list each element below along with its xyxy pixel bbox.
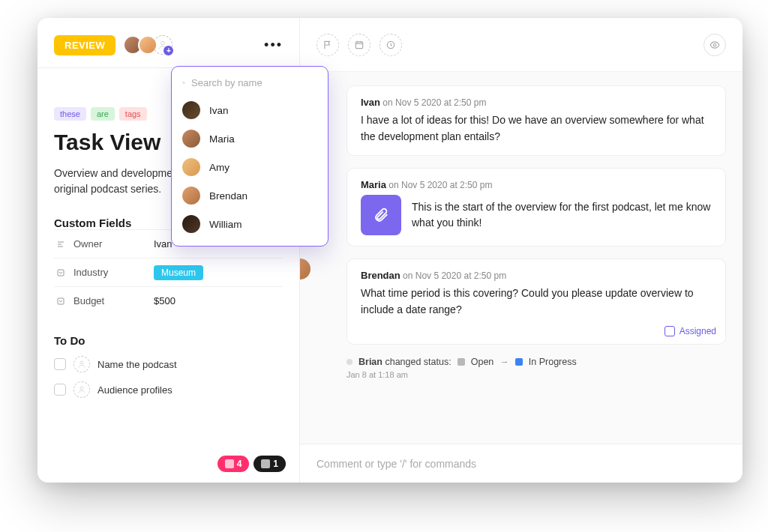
comment-bubble[interactable]: Maria on Nov 5 2020 at 2:50 pm This is t… bbox=[346, 168, 726, 247]
person-name: Maria bbox=[209, 133, 235, 145]
comment: Maria on Nov 5 2020 at 2:50 pm This is t… bbox=[316, 168, 726, 247]
status-dot-from bbox=[458, 358, 465, 366]
tag[interactable]: these bbox=[54, 107, 86, 121]
todo-label[interactable]: Audience profiles bbox=[98, 384, 172, 396]
todo-item: Audience profiles bbox=[54, 381, 283, 398]
figma-chip[interactable]: 1 bbox=[254, 456, 286, 472]
dropdown-person-item[interactable]: Amy bbox=[172, 153, 328, 181]
svg-line-15 bbox=[184, 83, 185, 84]
custom-field-row: Industry Museum bbox=[54, 258, 283, 286]
search-icon bbox=[182, 78, 185, 88]
comment-body: I have a lot of ideas for this! Do we ha… bbox=[361, 112, 712, 145]
comment-input[interactable] bbox=[316, 458, 726, 470]
invision-chip[interactable]: 4 bbox=[218, 456, 250, 472]
integration-footer: 4 1 bbox=[218, 456, 286, 472]
status-timestamp: Jan 8 at 1:18 am bbox=[346, 370, 726, 379]
custom-field-value[interactable]: $500 bbox=[154, 295, 176, 306]
comment-bubble[interactable]: Brendan on Nov 5 2020 at 2:50 pm What ti… bbox=[346, 259, 726, 344]
person-name: Brendan bbox=[209, 190, 248, 202]
paperclip-icon bbox=[373, 207, 389, 223]
invision-icon bbox=[225, 459, 234, 468]
custom-field-label: Industry bbox=[68, 267, 154, 278]
assigned-label: Assigned bbox=[680, 326, 716, 336]
svg-rect-8 bbox=[356, 41, 362, 48]
comment-body: This is the start of the overview for th… bbox=[412, 199, 712, 232]
dropdown-field-icon bbox=[54, 268, 68, 277]
status-from: Open bbox=[471, 357, 494, 367]
person-name: Amy bbox=[209, 162, 230, 173]
comment-author: Ivan bbox=[361, 97, 380, 108]
comment: Ivan on Nov 5 2020 at 2:50 pm I have a l… bbox=[316, 85, 726, 156]
comment-meta: Maria on Nov 5 2020 at 2:50 pm bbox=[361, 179, 712, 190]
comment-avatar bbox=[300, 259, 310, 279]
custom-field-value[interactable]: Ivan bbox=[154, 238, 172, 250]
flag-button[interactable] bbox=[316, 34, 339, 56]
custom-field-label: Budget bbox=[68, 295, 154, 306]
svg-point-14 bbox=[183, 82, 184, 83]
status-verb: changed status: bbox=[385, 357, 451, 367]
todo-checkbox[interactable] bbox=[54, 384, 66, 396]
comment-composer bbox=[300, 444, 742, 483]
add-assignee-button[interactable]: + bbox=[153, 35, 172, 55]
plus-icon: + bbox=[164, 46, 173, 55]
comment: Brendan on Nov 5 2020 at 2:50 pm What ti… bbox=[316, 259, 726, 344]
status-dot-to bbox=[515, 358, 523, 366]
actions-header bbox=[300, 18, 742, 72]
todo-label[interactable]: Name the podcast bbox=[98, 359, 177, 370]
text-field-icon bbox=[54, 240, 68, 249]
todo-assignee-button[interactable] bbox=[74, 381, 90, 398]
custom-field-row: Budget $500 bbox=[54, 286, 283, 315]
dropdown-field-icon bbox=[54, 297, 68, 306]
comment-bubble[interactable]: Ivan on Nov 5 2020 at 2:50 pm I have a l… bbox=[346, 85, 726, 156]
dropdown-person-item[interactable]: William bbox=[172, 210, 328, 238]
watch-button[interactable] bbox=[704, 34, 726, 56]
dropdown-search-row bbox=[172, 74, 328, 96]
more-menu-button[interactable]: ••• bbox=[264, 37, 283, 53]
status-review-button[interactable]: REVIEW bbox=[54, 35, 116, 55]
assigned-badge[interactable]: Assigned bbox=[664, 326, 716, 336]
dropdown-person-item[interactable]: Maria bbox=[172, 124, 328, 153]
right-pane: Ivan on Nov 5 2020 at 2:50 pm I have a l… bbox=[300, 18, 742, 483]
comment-meta: Ivan on Nov 5 2020 at 2:50 pm bbox=[361, 97, 712, 108]
custom-field-chip[interactable]: Museum bbox=[154, 265, 203, 280]
attachment-thumbnail[interactable] bbox=[361, 195, 401, 235]
svg-point-0 bbox=[161, 41, 165, 45]
comment-timestamp: on Nov 5 2020 at 2:50 pm bbox=[388, 180, 492, 190]
app-window: REVIEW + ••• these are tags Task View Ov… bbox=[38, 18, 742, 483]
person-avatar bbox=[182, 215, 200, 233]
dropdown-search-input[interactable] bbox=[191, 77, 317, 88]
dot-icon bbox=[346, 359, 352, 365]
date-button[interactable] bbox=[348, 34, 370, 56]
todo-assignee-button[interactable] bbox=[74, 356, 90, 372]
svg-point-6 bbox=[80, 361, 83, 364]
dropdown-person-item[interactable]: Brendan bbox=[172, 181, 328, 210]
comment-body: What time period is this covering? Could… bbox=[361, 285, 712, 318]
person-name: Ivan bbox=[209, 105, 229, 116]
checkbox-icon bbox=[664, 326, 675, 336]
person-avatar bbox=[182, 187, 200, 205]
todo-item: Name the podcast bbox=[54, 356, 283, 372]
arrow-right-icon: → bbox=[500, 357, 509, 367]
figma-icon bbox=[261, 459, 270, 468]
person-name: William bbox=[209, 219, 242, 230]
todo-checkbox[interactable] bbox=[54, 358, 66, 370]
assignee-dropdown: Ivan Maria Amy Brendan William bbox=[171, 66, 328, 247]
time-button[interactable] bbox=[380, 34, 402, 56]
svg-rect-5 bbox=[58, 298, 64, 304]
todo-heading: To Do bbox=[54, 334, 283, 347]
tag[interactable]: tags bbox=[119, 107, 147, 121]
person-avatar bbox=[182, 158, 200, 176]
svg-rect-4 bbox=[58, 270, 64, 276]
svg-point-13 bbox=[713, 43, 716, 46]
person-avatar bbox=[182, 101, 200, 119]
person-avatar bbox=[182, 130, 200, 148]
task-header: REVIEW + ••• bbox=[54, 31, 283, 58]
comment-meta: Brendan on Nov 5 2020 at 2:50 pm bbox=[361, 270, 712, 281]
comment-timestamp: on Nov 5 2020 at 2:50 pm bbox=[382, 97, 486, 108]
chip-count: 4 bbox=[237, 459, 242, 469]
dropdown-person-item[interactable]: Ivan bbox=[172, 96, 328, 124]
comment-author: Maria bbox=[361, 179, 386, 190]
conversation: Ivan on Nov 5 2020 at 2:50 pm I have a l… bbox=[300, 72, 742, 444]
chip-count: 1 bbox=[273, 459, 278, 469]
tag[interactable]: are bbox=[91, 107, 115, 121]
